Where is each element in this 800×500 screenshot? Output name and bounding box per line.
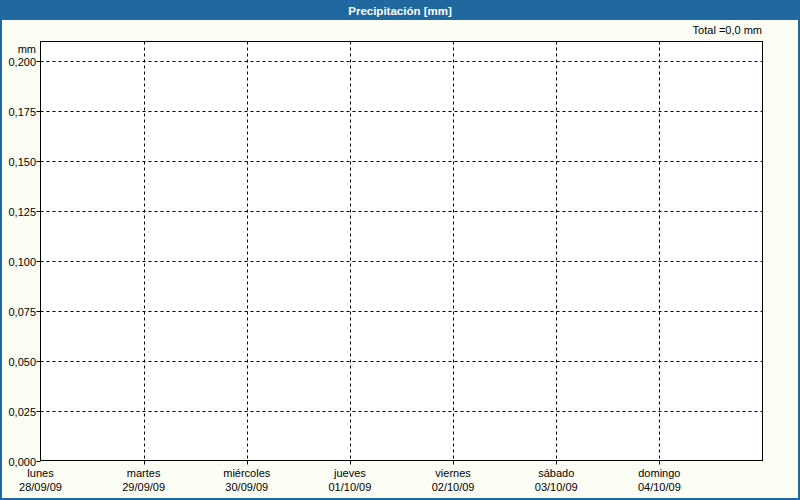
- plot-area: [41, 42, 763, 461]
- y-tick-label: 0,175: [8, 106, 36, 118]
- y-tick-label: 0,125: [8, 206, 36, 218]
- x-date-label: 01/10/09: [329, 481, 372, 493]
- x-date-label: 29/09/09: [122, 481, 165, 493]
- x-date-label: 04/10/09: [638, 481, 681, 493]
- y-tick-label: 0,000: [8, 456, 36, 468]
- x-day-label: miércoles: [223, 467, 271, 479]
- x-date-label: 28/09/09: [19, 481, 62, 493]
- x-day-label: jueves: [333, 467, 366, 479]
- y-tick-label: 0,075: [8, 306, 36, 318]
- x-date-label: 02/10/09: [432, 481, 475, 493]
- x-day-label: viernes: [435, 467, 471, 479]
- x-day-label: sábado: [538, 467, 574, 479]
- x-date-label: 30/09/09: [225, 481, 268, 493]
- x-day-label: martes: [127, 467, 161, 479]
- y-tick-label: 0,150: [8, 156, 36, 168]
- y-tick-label: 0,025: [8, 406, 36, 418]
- x-date-label: 03/10/09: [535, 481, 578, 493]
- y-tick-label: 0,100: [8, 256, 36, 268]
- precipitation-plot: 0,0000,0250,0500,0750,1000,1250,1500,175…: [0, 0, 800, 500]
- y-tick-label: 0,050: [8, 356, 36, 368]
- x-day-label: domingo: [638, 467, 680, 479]
- x-day-label: lunes: [27, 467, 54, 479]
- y-tick-label: 0,200: [8, 56, 36, 68]
- precipitation-chart-window: Precipitación [mm] Total =0,0 mm mm 0,00…: [0, 0, 800, 500]
